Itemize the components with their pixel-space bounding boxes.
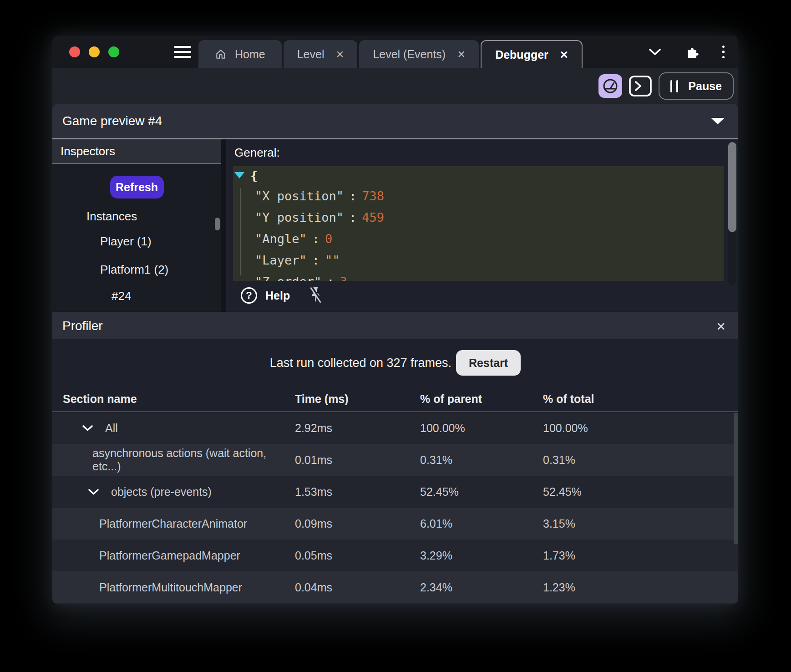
table-row: PlatformerCharacterAnimator 0.09ms 6.01%… — [52, 508, 738, 540]
tab-level-events[interactable]: Level (Events) × — [359, 40, 479, 68]
json-key: "Z order" — [255, 275, 321, 281]
pause-label: Pause — [688, 80, 722, 93]
tab-debugger[interactable]: Debugger × — [481, 40, 583, 68]
close-window-button[interactable] — [69, 46, 80, 57]
pin-off-icon[interactable] — [308, 285, 323, 305]
tree-item-instance-24[interactable]: #24 — [112, 289, 131, 303]
close-profiler-icon[interactable]: × — [716, 318, 725, 334]
help-icon[interactable]: ? — [241, 287, 257, 304]
percent-total-value: 0.31% — [543, 453, 738, 467]
collapse-triangle-icon[interactable] — [234, 172, 244, 178]
close-tab-icon[interactable]: × — [560, 48, 568, 61]
profiler-gauge-button[interactable] — [598, 74, 622, 98]
profiler-table-header: Section name Time (ms) % of parent % of … — [52, 387, 738, 412]
table-row: asynchronous actions (wait action, etc..… — [52, 444, 738, 476]
collapse-caret-icon[interactable] — [711, 118, 725, 124]
section-name: objects (pre-events) — [111, 485, 212, 499]
json-value: 3 — [340, 275, 347, 281]
help-row: ? Help — [226, 285, 738, 305]
tab-label: Level — [297, 48, 325, 61]
table-row[interactable]: All 2.92ms 100.00% 100.00% — [52, 412, 738, 444]
game-preview-title: Game preview #4 — [62, 114, 162, 128]
tree-item-platform1[interactable]: Platform1 (2) — [100, 263, 168, 277]
percent-total-value: 1.73% — [543, 549, 738, 562]
chevron-down-icon[interactable] — [88, 489, 99, 495]
game-preview-header[interactable]: Game preview #4 — [52, 104, 738, 139]
titlebar: Home Level × Level (Events) × Debugger × — [52, 36, 738, 68]
close-tab-icon[interactable]: × — [336, 48, 344, 61]
debugger-split: Inspectors Refresh Instances Player (1) … — [52, 139, 738, 312]
chevron-down-icon[interactable] — [649, 48, 661, 56]
profiler-header: Profiler × — [52, 312, 738, 339]
table-row[interactable]: objects (pre-events) 1.53ms 52.45% 52.45… — [52, 476, 738, 508]
close-tab-icon[interactable]: × — [457, 48, 465, 61]
general-scrollbar-thumb[interactable] — [728, 142, 736, 232]
json-colon: : — [307, 232, 325, 246]
time-value: 0.04ms — [295, 581, 420, 594]
tree-item-instances[interactable]: Instances — [86, 209, 137, 224]
json-line: "Layer":"" — [233, 249, 724, 271]
section-name: PlatformerCharacterAnimator — [99, 517, 247, 530]
chevron-down-icon[interactable] — [82, 425, 93, 432]
time-value: 0.09ms — [295, 517, 420, 530]
pause-button[interactable]: Pause — [659, 72, 734, 100]
section-name: PlatformerGamepadMapper — [99, 549, 240, 562]
console-button[interactable] — [629, 76, 652, 97]
inspectors-panel: Inspectors Refresh Instances Player (1) … — [52, 139, 221, 312]
help-label[interactable]: Help — [265, 289, 290, 302]
tab-bar: Home Level × Level (Events) × Debugger × — [198, 40, 583, 68]
json-line: "Y position":459 — [233, 207, 724, 228]
tree-item-player[interactable]: Player (1) — [100, 234, 152, 249]
extensions-puzzle-icon[interactable] — [685, 45, 699, 59]
json-colon: : — [344, 210, 362, 224]
inspectors-scrollbar-thumb[interactable] — [215, 218, 220, 230]
json-key: "Angle" — [255, 232, 307, 246]
json-key: "Layer" — [255, 253, 307, 267]
tab-home[interactable]: Home — [198, 40, 282, 68]
gauge-icon — [602, 78, 619, 94]
json-key: "Y position" — [255, 210, 344, 224]
tab-label: Level (Events) — [373, 48, 446, 61]
profiler-body: Last run collected on 327 frames. Restar… — [52, 339, 738, 605]
indent-guide — [240, 188, 241, 275]
profiler-title: Profiler — [62, 319, 103, 333]
section-name: PlatformerMultitouchMapper — [99, 581, 242, 594]
tab-label: Home — [235, 48, 265, 61]
time-value: 2.92ms — [295, 422, 420, 435]
general-panel: General: { "X position":738 "Y position"… — [226, 139, 738, 312]
json-value: 738 — [362, 189, 384, 203]
profiler-scrollbar-thumb[interactable] — [734, 412, 738, 545]
table-row: PlatformerMultitouchMapper 0.04ms 2.34% … — [52, 571, 738, 603]
hamburger-menu-icon[interactable] — [174, 46, 191, 58]
restart-button[interactable]: Restart — [456, 350, 521, 376]
json-colon: : — [321, 275, 340, 281]
debugger-toolbar: Pause — [52, 68, 738, 104]
tab-label: Debugger — [495, 48, 548, 61]
json-value: 459 — [362, 210, 384, 224]
home-icon — [215, 48, 227, 60]
pause-icon — [670, 80, 678, 92]
percent-total-value: 52.45% — [543, 485, 738, 499]
json-open-brace: { — [233, 166, 724, 185]
json-value: 0 — [325, 232, 332, 246]
json-value: "" — [325, 253, 340, 267]
zoom-window-button[interactable] — [108, 46, 119, 57]
percent-parent-value: 52.45% — [420, 485, 543, 499]
json-line: "X position":738 — [233, 185, 724, 207]
percent-parent-value: 2.34% — [420, 581, 543, 594]
profiler-status-text: Last run collected on 327 frames. — [270, 356, 451, 370]
json-viewer: { "X position":738 "Y position":459 "Ang… — [233, 166, 724, 281]
profiler-status-row: Last run collected on 327 frames. Restar… — [52, 339, 738, 387]
console-icon — [629, 76, 652, 97]
more-options-kebab-icon[interactable] — [722, 46, 725, 59]
inspectors-header: Inspectors — [52, 139, 221, 164]
tab-level[interactable]: Level × — [284, 40, 358, 68]
json-line: "Z order":3 — [233, 271, 724, 281]
column-header-percent-total: % of total — [543, 392, 738, 406]
minimize-window-button[interactable] — [89, 46, 100, 57]
time-value: 0.05ms — [295, 549, 420, 562]
app-window: Home Level × Level (Events) × Debugger × — [52, 36, 738, 605]
section-name: All — [105, 422, 118, 435]
time-value: 1.53ms — [295, 485, 420, 499]
refresh-button[interactable]: Refresh — [110, 176, 164, 199]
